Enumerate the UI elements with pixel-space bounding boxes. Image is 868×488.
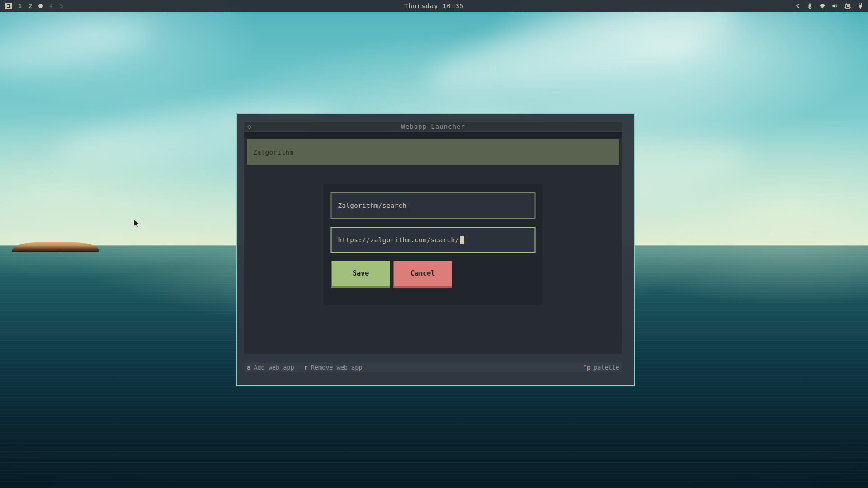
footer-key-hints: a Add web app r Remove web app bbox=[244, 364, 362, 371]
webapp-url-value: https://zalgorithm.com/search/ bbox=[338, 236, 459, 244]
bluetooth-icon[interactable] bbox=[807, 3, 813, 9]
cloud bbox=[0, 11, 156, 84]
top-bar: 1 2 4 5 Thursday 10:35 bbox=[0, 0, 868, 12]
cloud bbox=[422, 0, 744, 109]
webapp-list-item-label: Zalgorithm bbox=[247, 149, 293, 156]
list-header-strip bbox=[244, 132, 622, 138]
window-title: Webapp Launcher bbox=[244, 123, 622, 130]
cpu-icon[interactable] bbox=[844, 3, 851, 9]
command-palette-hint: ^p palette bbox=[583, 364, 622, 371]
remove-webapp-label[interactable]: Remove web app bbox=[311, 364, 363, 371]
webapp-list-panel: Zalgorithm Zalgorithm/search https://zal… bbox=[244, 132, 622, 354]
window-titlebar[interactable]: ○ Webapp Launcher bbox=[244, 122, 622, 131]
mouse-cursor bbox=[131, 218, 141, 229]
chevron-left-icon[interactable] bbox=[795, 3, 801, 9]
webapp-launcher-window: ○ Webapp Launcher Zalgorithm Zalgorithm/… bbox=[236, 113, 635, 386]
clock: Thursday 10:35 bbox=[0, 2, 868, 9]
spacer bbox=[297, 364, 301, 371]
webapp-name-input[interactable]: Zalgorithm/search bbox=[331, 192, 536, 219]
desktop: 1 2 4 5 Thursday 10:35 bbox=[0, 0, 868, 488]
palette-key[interactable]: ^p bbox=[583, 364, 590, 371]
wifi-icon[interactable] bbox=[819, 3, 826, 9]
add-webapp-label[interactable]: Add web app bbox=[254, 364, 294, 371]
text-cursor bbox=[460, 236, 464, 244]
webapp-name-value: Zalgorithm/search bbox=[338, 202, 407, 209]
power-plug-icon[interactable] bbox=[857, 3, 863, 9]
remove-webapp-key[interactable]: r bbox=[304, 364, 308, 371]
status-tray bbox=[795, 3, 868, 9]
window-footer: a Add web app r Remove web app ^p palett… bbox=[244, 363, 622, 372]
palette-label[interactable]: palette bbox=[594, 364, 619, 371]
save-button[interactable]: Save bbox=[332, 261, 390, 288]
webapp-url-input[interactable]: https://zalgorithm.com/search/ bbox=[331, 227, 536, 253]
dialog-buttons: Save Cancel bbox=[332, 261, 452, 288]
island bbox=[12, 242, 99, 252]
add-webapp-key[interactable]: a bbox=[247, 364, 250, 371]
cancel-button[interactable]: Cancel bbox=[394, 261, 452, 288]
edit-webapp-dialog: Zalgorithm/search https://zalgorithm.com… bbox=[324, 184, 543, 305]
volume-icon[interactable] bbox=[832, 3, 839, 9]
webapp-list-item[interactable]: Zalgorithm bbox=[247, 139, 619, 165]
